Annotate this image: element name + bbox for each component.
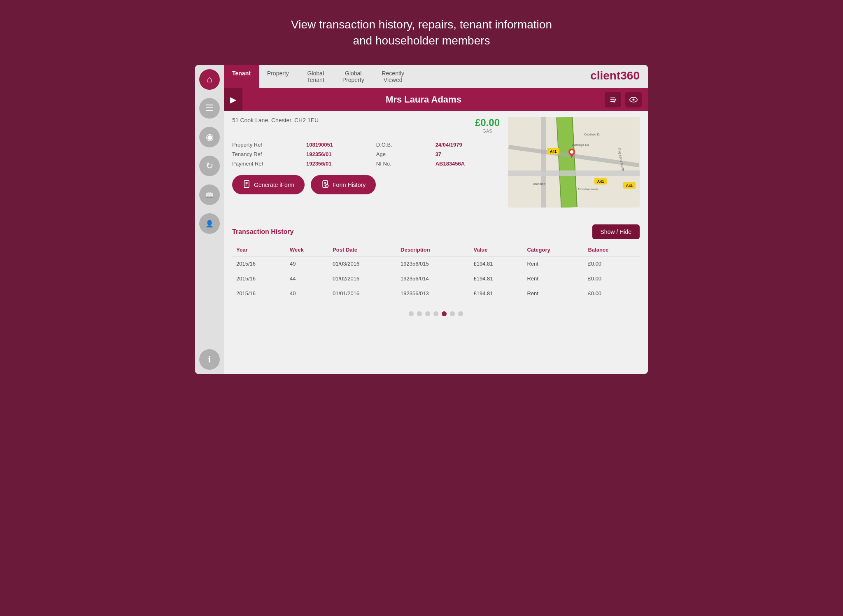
cell-week: 49	[286, 257, 328, 271]
col-category: Category	[523, 243, 584, 257]
form-history-button[interactable]: Form History	[311, 175, 376, 194]
pagination-dot-7[interactable]	[458, 311, 463, 316]
sidebar-list-icon[interactable]: ☰	[199, 98, 220, 119]
section-divider	[224, 216, 648, 216]
cell-post_date: 01/03/2016	[328, 257, 396, 271]
pagination-dot-3[interactable]	[425, 311, 430, 316]
generate-iform-label: Generate iForm	[254, 182, 294, 188]
patient-header: ▶ Mrs Laura Adams	[224, 88, 648, 111]
pagination-dots	[224, 305, 648, 322]
svg-point-4	[613, 100, 615, 103]
tab-recently-viewed[interactable]: RecentlyViewed	[373, 65, 414, 88]
pagination-dot-1[interactable]	[409, 311, 414, 316]
payment-ref-value: 192356/01	[306, 161, 368, 167]
ni-value: AB183456A	[435, 161, 500, 167]
table-header: Year Week Post Date Description Value Ca…	[232, 243, 640, 257]
cell-year: 2015/16	[232, 271, 286, 286]
tab-tenant[interactable]: Tenant	[224, 65, 259, 88]
tab-property[interactable]: Property	[259, 65, 297, 88]
col-post-date: Post Date	[328, 243, 396, 257]
info-grid: Property Ref 108190051 D.O.B. 24/04/1979…	[232, 142, 500, 167]
table-row: 2015/164401/02/2016192356/014£194.81Rent…	[232, 271, 640, 286]
sidebar-info-icon[interactable]: ℹ	[199, 349, 220, 370]
sidebar-refresh-icon[interactable]: ↻	[199, 156, 220, 176]
main-content: Tenant Property GlobalTenant GlobalPrope…	[224, 65, 648, 374]
sidebar: ⌂ ☰ ◉ ↻ 📖 👤 ℹ	[195, 65, 224, 374]
transaction-header: Transaction History Show / Hide	[232, 224, 640, 239]
cell-value: £194.81	[470, 286, 523, 301]
balance-amount: £0.00	[475, 117, 500, 128]
age-value: 37	[435, 151, 500, 157]
patient-name: Mrs Laura Adams	[242, 94, 605, 105]
col-year: Year	[232, 243, 286, 257]
property-ref-value: 108190051	[306, 142, 368, 148]
tab-global-tenant[interactable]: GlobalTenant	[297, 65, 334, 88]
filter-icon[interactable]	[605, 92, 621, 107]
show-hide-button[interactable]: Show / Hide	[592, 224, 640, 239]
cell-category: Rent	[523, 257, 584, 271]
iform-icon	[242, 180, 251, 189]
svg-point-3	[615, 99, 617, 101]
cell-post_date: 01/02/2016	[328, 271, 396, 286]
form-history-icon	[321, 180, 329, 189]
svg-text:Daleside: Daleside	[533, 182, 546, 186]
svg-text:A41: A41	[626, 184, 633, 188]
action-buttons: Generate iForm	[232, 175, 500, 194]
cell-year: 2015/16	[232, 257, 286, 271]
tenancy-ref-label: Tenancy Ref	[232, 151, 298, 157]
sidebar-eye-icon[interactable]: ◉	[199, 127, 220, 147]
transaction-title: Transaction History	[232, 228, 293, 236]
cell-week: 40	[286, 286, 328, 301]
map-container: A41 A41 A41 Daleside Meadowsway Damage L…	[508, 117, 640, 208]
property-ref-label: Property Ref	[232, 142, 298, 148]
cell-week: 44	[286, 271, 328, 286]
svg-rect-21	[541, 117, 546, 208]
hero-line2: and householder members	[353, 34, 490, 47]
view-icon[interactable]	[625, 92, 642, 107]
col-week: Week	[286, 243, 328, 257]
svg-point-37	[570, 150, 573, 154]
cell-description: 192356/013	[396, 286, 469, 301]
cell-balance: £0.00	[584, 257, 640, 271]
pagination-dot-2[interactable]	[417, 311, 422, 316]
form-history-label: Form History	[333, 182, 366, 188]
dob-value: 24/04/1979	[435, 142, 500, 148]
cell-category: Rent	[523, 286, 584, 301]
hero-text: View transaction history, repairs, tenan…	[291, 8, 552, 57]
brand-bold: 360	[620, 69, 640, 82]
cell-balance: £0.00	[584, 286, 640, 301]
tenancy-ref-value: 192356/01	[306, 151, 368, 157]
info-section: 51 Cook Lane, Chester, CH2 1EU £0.00 GAS…	[224, 111, 648, 214]
hero-line1: View transaction history, repairs, tenan…	[291, 18, 552, 31]
sidebar-book-icon[interactable]: 📖	[199, 184, 220, 205]
header-icons	[605, 92, 648, 107]
balance-label: GAS	[475, 128, 500, 133]
svg-text:A41: A41	[597, 180, 604, 184]
svg-text:A41: A41	[550, 149, 557, 154]
age-label: Age	[376, 151, 427, 157]
address: 51 Cook Lane, Chester, CH2 1EU	[232, 117, 319, 124]
cell-value: £194.81	[470, 271, 523, 286]
generate-iform-button[interactable]: Generate iForm	[232, 175, 305, 194]
pagination-dot-4[interactable]	[433, 311, 438, 316]
table-row: 2015/164001/01/2016192356/013£194.81Rent…	[232, 286, 640, 301]
tab-global-property[interactable]: GlobalProperty	[334, 65, 373, 88]
svg-point-6	[633, 98, 635, 100]
pagination-dot-6[interactable]	[450, 311, 455, 316]
cell-description: 192356/014	[396, 271, 469, 286]
svg-text:Meadowsway: Meadowsway	[578, 187, 598, 191]
table-body: 2015/164901/03/2016192356/015£194.81Rent…	[232, 257, 640, 301]
pagination-dot-5[interactable]	[442, 311, 447, 316]
app-container: ⌂ ☰ ◉ ↻ 📖 👤 ℹ Tenant Property GlobalTena…	[195, 65, 648, 374]
svg-text:Oakfield Dr: Oakfield Dr	[584, 133, 601, 136]
sidebar-person-icon[interactable]: 👤	[199, 213, 220, 234]
sidebar-home-icon[interactable]: ⌂	[199, 69, 220, 90]
ni-label: NI No.	[376, 161, 427, 167]
transaction-table: Year Week Post Date Description Value Ca…	[232, 243, 640, 301]
col-balance: Balance	[584, 243, 640, 257]
info-left: 51 Cook Lane, Chester, CH2 1EU £0.00 GAS…	[232, 117, 500, 208]
top-nav: Tenant Property GlobalTenant GlobalPrope…	[224, 65, 648, 88]
svg-rect-22	[508, 170, 640, 176]
expand-arrow[interactable]: ▶	[224, 88, 242, 111]
balance-display: £0.00 GAS	[475, 117, 500, 133]
